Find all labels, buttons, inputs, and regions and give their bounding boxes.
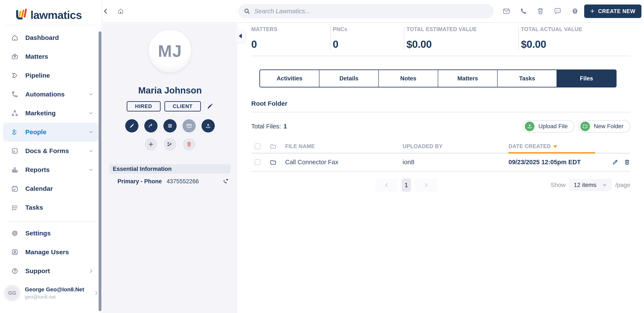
stats-row: MATTERS 0 PNCs 0 TOTAL ESTIMATED VALUE $…	[251, 26, 644, 50]
user-profile[interactable]: GG George Geo@Ion8.Net geo@ion8.net	[5, 286, 99, 300]
home-icon	[11, 34, 20, 42]
home-icon[interactable]	[116, 6, 126, 16]
edit-tags-icon[interactable]	[206, 103, 213, 110]
upload-file-button[interactable]: Upload File	[523, 120, 574, 132]
page-size-value: 12 items	[574, 182, 596, 188]
new-folder-label: New Folder	[594, 123, 624, 130]
trash-icon[interactable]	[536, 7, 544, 15]
sidebar-item-dashboard[interactable]: Dashboard	[3, 28, 99, 47]
stat-label: TOTAL ACTUAL VALUE	[521, 26, 582, 32]
sidebar-item-manage-users[interactable]: Manage Users	[3, 243, 99, 262]
sidebar-item-calendar[interactable]: Calendar	[3, 179, 99, 198]
tab-files[interactable]: Files	[557, 70, 616, 87]
sidebar-item-label: Marketing	[25, 110, 88, 117]
folder-icon	[270, 143, 285, 150]
pagination-row: 1 Show 12 items /page	[251, 178, 630, 193]
tab-notes[interactable]: Notes	[379, 70, 438, 87]
stat-label: TOTAL ESTIMATED VALUE	[406, 26, 512, 32]
previous-page-button[interactable]	[375, 178, 398, 192]
sidebar-item-docs-forms[interactable]: Docs & Forms	[3, 142, 99, 160]
stat-label: MATTERS	[251, 26, 324, 32]
lawmatics-logo-icon	[14, 8, 28, 22]
contact-avatar: MJ	[148, 30, 192, 72]
edit-file-icon[interactable]	[612, 159, 618, 166]
calendar-icon	[11, 185, 20, 192]
arrow-redirect-icon	[148, 123, 154, 129]
column-header-date-created[interactable]: DATE CREATED	[508, 143, 604, 150]
edit-contact-button[interactable]	[125, 119, 138, 132]
files-toolbar: Total Files:1 Upload File New Folder	[251, 120, 630, 132]
tab-activities[interactable]: Activities	[260, 70, 320, 87]
file-name[interactable]: Call Connector Fax	[285, 159, 338, 166]
delete-file-icon[interactable]	[624, 159, 630, 166]
stat-label: PNCs	[333, 26, 398, 32]
checklist-icon	[11, 204, 20, 211]
stat-matters: MATTERS 0	[251, 26, 330, 50]
people-icon	[11, 128, 20, 136]
chevron-right-icon	[88, 268, 94, 274]
row-checkbox[interactable]	[255, 159, 260, 165]
phone-icon[interactable]	[520, 7, 528, 15]
add-button[interactable]	[144, 138, 158, 151]
convert-button[interactable]	[144, 119, 158, 132]
collapse-sidebar-button[interactable]	[101, 6, 110, 16]
email-button-disabled[interactable]	[182, 119, 196, 132]
next-page-button[interactable]	[414, 178, 437, 192]
sidebar-item-label: Pipeline	[25, 72, 94, 79]
tab-tasks[interactable]: Tasks	[498, 70, 557, 87]
page-size-dropdown[interactable]: 12 items	[569, 179, 612, 191]
sidebar-item-label: Matters	[25, 53, 94, 60]
chevron-down-icon	[88, 92, 94, 97]
sidebar-item-tasks[interactable]: Tasks	[3, 198, 99, 217]
brand-name: lawmatics	[30, 8, 82, 22]
sidebar-item-label: Calendar	[25, 185, 94, 192]
sidebar-item-label: Reports	[25, 166, 88, 174]
avatar: GG	[5, 286, 19, 300]
sidebar-item-matters[interactable]: Matters	[3, 47, 99, 66]
mail-icon	[186, 123, 192, 129]
trash-icon	[186, 142, 192, 147]
table-header: FILE NAME UPLOADED BY DATE CREATED	[251, 140, 630, 154]
select-all-checkbox[interactable]	[255, 144, 260, 149]
page-number-button[interactable]: 1	[402, 178, 411, 192]
tab-details[interactable]: Details	[320, 70, 379, 87]
delete-contact-button[interactable]	[182, 138, 196, 151]
table-row[interactable]: Call Connector Fax ion8 09/23/2025 12:05…	[251, 154, 630, 172]
sidebar-item-marketing[interactable]: Marketing	[3, 104, 99, 123]
chevron-down-icon	[88, 129, 94, 135]
sidebar-item-people[interactable]: People	[3, 123, 99, 142]
tab-matters[interactable]: Matters	[438, 70, 498, 87]
call-forward-icon[interactable]	[222, 178, 229, 185]
create-new-button[interactable]: + CREATE NEW	[584, 4, 642, 18]
question-circle-icon	[11, 267, 20, 275]
contact-name: Maria Johnson	[138, 85, 202, 96]
collapse-panel-button[interactable]	[236, 30, 245, 42]
column-header-file-name[interactable]: FILE NAME	[285, 143, 402, 150]
merge-button[interactable]	[163, 138, 177, 151]
chevron-down-icon	[602, 182, 607, 188]
bar-chart-icon	[11, 166, 20, 174]
sidebar: lawmatics Dashboard Matters Pipeline Au	[0, 0, 102, 313]
plus-icon	[148, 141, 154, 148]
lawmatics-logo[interactable]: lawmatics	[0, 0, 102, 24]
upload-button[interactable]	[202, 119, 215, 132]
contact-profile-panel: MJ Maria Johnson HIRED CLIENT	[103, 23, 237, 313]
pipeline-stage-button[interactable]	[163, 119, 177, 132]
mail-icon[interactable]	[502, 7, 510, 15]
alert-icon[interactable]	[571, 7, 579, 15]
stat-total-estimated-value: TOTAL ESTIMATED VALUE $0.00	[404, 26, 518, 50]
sidebar-item-pipeline[interactable]: Pipeline	[3, 66, 99, 85]
phone-label: Primary - Phone	[118, 178, 162, 185]
chat-icon[interactable]	[554, 7, 562, 15]
sidebar-item-support[interactable]: Support	[3, 262, 99, 280]
sidebar-item-automations[interactable]: Automations	[3, 85, 99, 104]
sidebar-item-reports[interactable]: Reports	[3, 160, 99, 179]
status-badge-hired: HIRED	[127, 101, 160, 112]
column-header-uploaded-by[interactable]: UPLOADED BY	[402, 143, 508, 150]
sidebar-item-settings[interactable]: Settings	[3, 224, 99, 243]
sidebar-scrollbar[interactable]	[98, 31, 102, 311]
new-folder-button[interactable]: New Folder	[578, 120, 630, 132]
stack-icon	[167, 123, 173, 129]
automation-icon	[11, 91, 20, 98]
search-input[interactable]	[254, 8, 488, 15]
